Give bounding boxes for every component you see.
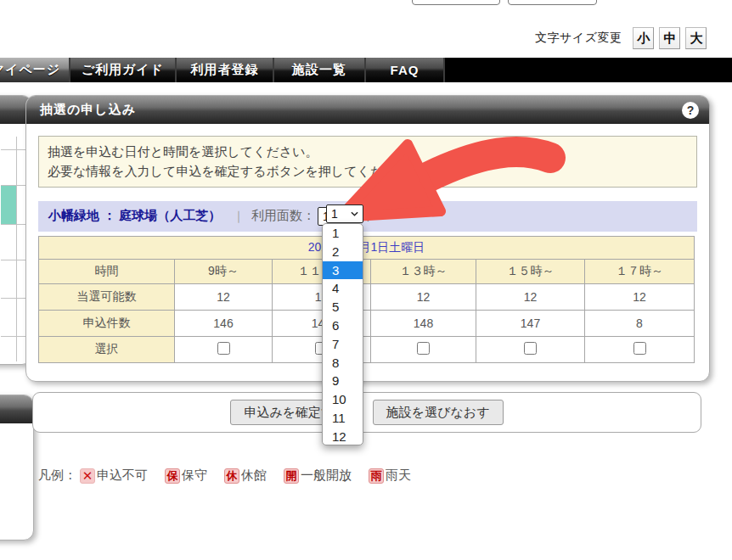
dropdown-option-6[interactable]: 6 (323, 316, 363, 335)
table-row-winnable: 当選可能数 12 12 12 12 12 (39, 283, 695, 310)
col-13: １３時～ (371, 259, 476, 283)
row-label: 当選可能数 (39, 283, 175, 310)
area-count-select-open[interactable]: 1 (326, 204, 363, 223)
table-row-applications: 申込件数 146 148 148 147 8 (39, 310, 695, 336)
reselect-facility-button[interactable]: 施設を選びなおす (373, 400, 504, 425)
font-size-small-button[interactable]: 小 (633, 27, 654, 49)
action-bar: 申込みを確定する 施設を選びなおす (32, 392, 701, 433)
nav-tab-facilities[interactable]: 施設一覧 (274, 58, 366, 82)
instructions-box: 抽選を申込む日付と時間を選択してください。 必要な情報を入力して申込を確定するボ… (38, 136, 697, 188)
open-icon: 開 (284, 468, 299, 484)
divider (16, 137, 17, 361)
font-size-label: 文字サイズ変更 (535, 31, 622, 46)
rain-icon: 雨 (369, 468, 384, 484)
panel-header: 抽選の申し込み ? (26, 96, 709, 124)
page: 文字サイズ変更 小 中 大 マイページ ご利用ガイド 利用者登録 施設一覧 FA… (0, 0, 732, 560)
panel-title: 抽選の申し込み (26, 102, 136, 118)
col-time: 時間 (39, 259, 175, 283)
dropdown-option-8[interactable]: 8 (323, 354, 363, 372)
legend-item-rain: 雨 雨天 (369, 468, 411, 484)
lottery-table: 2025年11月1日土曜日 時間 9時～ １１時～ １３時～ １５時～ １７時～… (38, 236, 695, 363)
dropdown-option-11[interactable]: 11 (323, 409, 363, 428)
col-17: １７時～ (585, 259, 695, 283)
legend-item-unavailable: ✕ 申込不可 (80, 468, 148, 484)
help-icon[interactable]: ? (682, 102, 699, 119)
dropdown-option-2[interactable]: 2 (323, 243, 363, 261)
legend: 凡例： ✕ 申込不可 保 保守 休 休館 開 一般開放 雨 雨天 (38, 468, 428, 484)
dropdown-option-7[interactable]: 7 (323, 335, 363, 354)
area-count-label: 利用面数： (251, 208, 315, 224)
legend-label: 凡例： (38, 468, 76, 484)
nav-tab-register[interactable]: 利用者登録 (177, 58, 274, 82)
maintenance-icon: 保 (165, 468, 180, 484)
calendar-highlight-cell (1, 186, 16, 224)
select-checkbox-13[interactable] (417, 342, 430, 355)
dropdown-option-4[interactable]: 4 (323, 279, 363, 298)
main-nav: マイページ ご利用ガイド 利用者登録 施設一覧 FAQ (0, 58, 732, 82)
font-size-large-button[interactable]: 大 (685, 27, 707, 49)
top-cutoff-button-1[interactable] (412, 0, 500, 5)
instruction-line-2: 必要な情報を入力して申込を確定するボタンを押してください。 (48, 161, 688, 181)
font-size-control: 文字サイズ変更 小 中 大 (535, 27, 707, 49)
nav-tab-mypage[interactable]: マイページ (0, 58, 70, 82)
left-panel-lower (0, 395, 34, 540)
nav-tab-guide[interactable]: ご利用ガイド (70, 58, 177, 82)
select-checkbox-17[interactable] (633, 342, 646, 355)
dropdown-option-10[interactable]: 10 (323, 390, 363, 409)
top-cutoff-button-2[interactable] (508, 0, 597, 5)
dropdown-option-3[interactable]: 3 (323, 261, 363, 280)
dropdown-option-1[interactable]: 1 (323, 224, 363, 243)
legend-item-open: 開 一般開放 (284, 468, 352, 484)
legend-item-closed: 休 休館 (224, 468, 267, 484)
unavailable-icon: ✕ (80, 468, 95, 484)
facility-separator: ｜ (233, 209, 245, 224)
select-checkbox-15[interactable] (524, 342, 537, 355)
closed-icon: 休 (224, 468, 239, 484)
chevron-down-icon (351, 211, 358, 216)
legend-item-maintenance: 保 保守 (165, 468, 207, 484)
left-panel-b-header (0, 395, 33, 423)
table-header-row: 時間 9時～ １１時～ １３時～ １５時～ １７時～ (39, 259, 695, 283)
dropdown-option-9[interactable]: 9 (323, 372, 363, 390)
dropdown-option-12[interactable]: 12 (323, 428, 363, 445)
table-row-select: 選択 (39, 336, 695, 362)
col-9: 9時～ (175, 259, 273, 283)
lottery-application-panel: 抽選の申し込み ? 抽選を申込む日付と時間を選択してください。 必要な情報を入力… (25, 95, 710, 382)
dropdown-option-5[interactable]: 5 (323, 298, 363, 316)
nav-tab-faq[interactable]: FAQ (366, 58, 445, 82)
date-header: 2025年11月1日土曜日 (39, 236, 695, 259)
select-checkbox-9[interactable] (217, 342, 230, 355)
row-label: 申込件数 (39, 310, 175, 336)
row-label: 選択 (39, 336, 175, 362)
facility-bar: 小幡緑地 ： 庭球場（人工芝） ｜ 利用面数： 1 面 (38, 201, 697, 232)
instruction-line-1: 抽選を申込む日付と時間を選択してください。 (48, 142, 688, 161)
font-size-medium-button[interactable]: 中 (659, 27, 680, 49)
col-15: １５時～ (476, 259, 585, 283)
area-count-dropdown-list: 1 2 3 4 5 6 7 8 9 10 11 12 (322, 223, 363, 445)
facility-name: 小幡緑地 ： 庭球場（人工芝） (48, 208, 221, 224)
